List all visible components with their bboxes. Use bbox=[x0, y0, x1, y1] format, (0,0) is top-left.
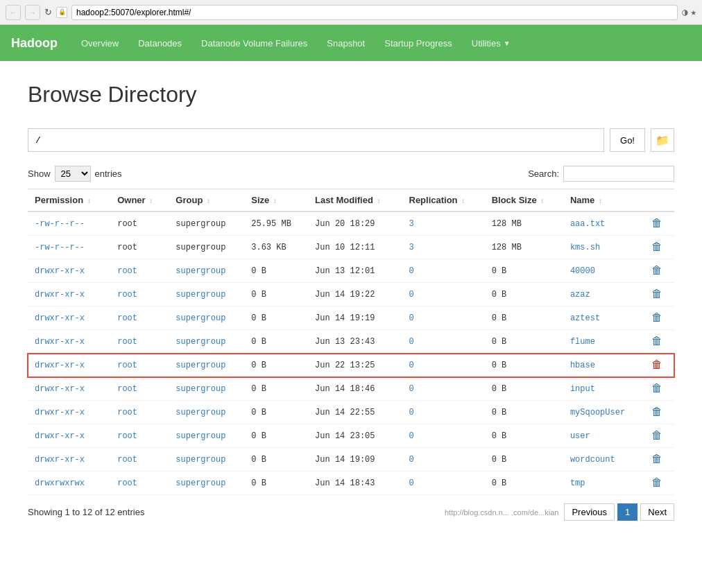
replication-link[interactable]: 0 bbox=[409, 313, 414, 323]
replication-link[interactable]: 0 bbox=[409, 455, 414, 465]
permission-link[interactable]: drwxr-xr-x bbox=[35, 408, 85, 417]
forward-button[interactable]: → bbox=[25, 5, 40, 20]
entries-select[interactable]: 25 50 100 bbox=[55, 166, 91, 182]
group-link[interactable]: supergroup bbox=[176, 313, 225, 323]
col-owner[interactable]: Owner ↕ bbox=[110, 189, 169, 212]
delete-icon[interactable]: 🗑 bbox=[651, 241, 662, 254]
permission-link[interactable]: drwxr-xr-x bbox=[35, 313, 85, 323]
delete-icon[interactable]: 🗑 bbox=[651, 406, 662, 419]
file-link[interactable]: hbase bbox=[570, 361, 595, 370]
nav-snapshot[interactable]: Snapshot bbox=[317, 25, 375, 61]
cell-block-size: 0 B bbox=[485, 259, 563, 283]
permission-link[interactable]: -rw-r--r-- bbox=[35, 219, 85, 229]
address-bar[interactable] bbox=[71, 5, 678, 20]
delete-icon[interactable]: 🗑 bbox=[651, 383, 662, 395]
permission-link[interactable]: -rw-r--r-- bbox=[35, 243, 85, 252]
nav-datanode-volume-failures[interactable]: Datanode Volume Failures bbox=[191, 25, 317, 61]
cell-replication: 3 bbox=[402, 236, 485, 259]
replication-link[interactable]: 0 bbox=[409, 408, 414, 417]
delete-icon[interactable]: 🗑 bbox=[651, 336, 662, 348]
file-link[interactable]: mySqoopUser bbox=[570, 408, 625, 417]
col-size[interactable]: Size ↕ bbox=[244, 189, 308, 212]
col-block-size[interactable]: Block Size ↕ bbox=[485, 189, 563, 212]
permission-link[interactable]: drwxr-xr-x bbox=[35, 431, 85, 441]
replication-link[interactable]: 3 bbox=[409, 219, 414, 229]
nav-utilities[interactable]: Utilities ▼ bbox=[462, 25, 520, 61]
replication-link[interactable]: 0 bbox=[409, 361, 414, 370]
owner-link[interactable]: root bbox=[117, 266, 137, 276]
group-link[interactable]: supergroup bbox=[176, 337, 225, 347]
file-link[interactable]: tmp bbox=[570, 478, 585, 488]
col-group[interactable]: Group ↕ bbox=[169, 189, 244, 212]
group-link[interactable]: supergroup bbox=[176, 361, 225, 370]
delete-icon[interactable]: 🗑 bbox=[651, 477, 662, 490]
replication-link[interactable]: 0 bbox=[409, 266, 414, 276]
group-link[interactable]: supergroup bbox=[176, 384, 225, 394]
next-page-button[interactable]: Next bbox=[640, 503, 674, 521]
back-button[interactable]: ← bbox=[6, 5, 21, 20]
current-page-button[interactable]: 1 bbox=[617, 503, 637, 521]
nav-datanodes[interactable]: Datanodes bbox=[128, 25, 191, 61]
owner-link[interactable]: root bbox=[117, 408, 137, 417]
delete-icon[interactable]: 🗑 bbox=[651, 265, 662, 277]
file-link[interactable]: flume bbox=[570, 337, 595, 347]
permission-link[interactable]: drwxr-xr-x bbox=[35, 290, 85, 300]
permission-link[interactable]: drwxr-xr-x bbox=[35, 361, 85, 370]
delete-icon[interactable]: 🗑 bbox=[651, 453, 662, 466]
permission-link[interactable]: drwxr-xr-x bbox=[35, 266, 85, 276]
replication-link[interactable]: 0 bbox=[409, 431, 414, 441]
file-link[interactable]: user bbox=[570, 431, 590, 441]
cell-permission: drwxrwxrwx bbox=[28, 472, 110, 495]
group-link[interactable]: supergroup bbox=[176, 431, 225, 441]
permission-link[interactable]: drwxr-xr-x bbox=[35, 384, 85, 394]
nav-startup-progress[interactable]: Startup Progress bbox=[375, 25, 462, 61]
owner-link[interactable]: root bbox=[117, 361, 137, 370]
group-link[interactable]: supergroup bbox=[176, 455, 225, 465]
owner-link[interactable]: root bbox=[117, 337, 137, 347]
search-input[interactable] bbox=[563, 166, 674, 182]
col-last-modified[interactable]: Last Modified ↕ bbox=[308, 189, 402, 212]
delete-icon[interactable]: 🗑 bbox=[651, 218, 662, 230]
delete-icon[interactable]: 🗑 bbox=[651, 430, 662, 442]
permission-link[interactable]: drwxr-xr-x bbox=[35, 455, 85, 465]
col-replication[interactable]: Replication ↕ bbox=[402, 189, 485, 212]
file-link[interactable]: azaz bbox=[570, 290, 590, 300]
group-link[interactable]: supergroup bbox=[176, 290, 225, 300]
col-name[interactable]: Name ↕ bbox=[563, 189, 644, 212]
delete-icon[interactable]: 🗑 bbox=[651, 288, 662, 301]
file-link[interactable]: 40000 bbox=[570, 266, 595, 276]
owner-link[interactable]: root bbox=[117, 431, 137, 441]
file-link[interactable]: aztest bbox=[570, 313, 600, 323]
file-link[interactable]: wordcount bbox=[570, 455, 615, 465]
group-link[interactable]: supergroup bbox=[176, 266, 225, 276]
col-permission[interactable]: Permission ↕ bbox=[28, 189, 110, 212]
nav-overview[interactable]: Overview bbox=[71, 25, 128, 61]
replication-link[interactable]: 0 bbox=[409, 290, 414, 300]
delete-icon[interactable]: 🗑 bbox=[651, 312, 662, 325]
file-link[interactable]: aaa.txt bbox=[570, 219, 605, 229]
replication-link[interactable]: 0 bbox=[409, 337, 414, 347]
file-link[interactable]: kms.sh bbox=[570, 243, 600, 252]
owner-link[interactable]: root bbox=[117, 478, 137, 488]
delete-icon[interactable]: 🗑 bbox=[651, 359, 662, 372]
owner-link[interactable]: root bbox=[117, 290, 137, 300]
refresh-button[interactable]: ↻ bbox=[44, 7, 52, 17]
folder-button[interactable]: 📁 bbox=[651, 128, 674, 152]
go-button[interactable]: Go! bbox=[610, 128, 645, 152]
search-area: Search: bbox=[528, 166, 674, 182]
group-link[interactable]: supergroup bbox=[176, 408, 225, 417]
replication-link[interactable]: 3 bbox=[409, 243, 414, 252]
group-link[interactable]: supergroup bbox=[176, 478, 225, 488]
permission-link[interactable]: drwxr-xr-x bbox=[35, 337, 85, 347]
prev-page-button[interactable]: Previous bbox=[564, 503, 615, 521]
owner-link[interactable]: root bbox=[117, 313, 137, 323]
replication-link[interactable]: 0 bbox=[409, 478, 414, 488]
sort-replication-icon: ↕ bbox=[461, 197, 465, 205]
replication-link[interactable]: 0 bbox=[409, 384, 414, 394]
owner-link[interactable]: root bbox=[117, 455, 137, 465]
file-link[interactable]: input bbox=[570, 384, 595, 394]
path-input[interactable] bbox=[28, 128, 604, 152]
cell-owner: root bbox=[110, 330, 169, 354]
owner-link[interactable]: root bbox=[117, 384, 137, 394]
permission-link[interactable]: drwxrwxrwx bbox=[35, 478, 85, 488]
